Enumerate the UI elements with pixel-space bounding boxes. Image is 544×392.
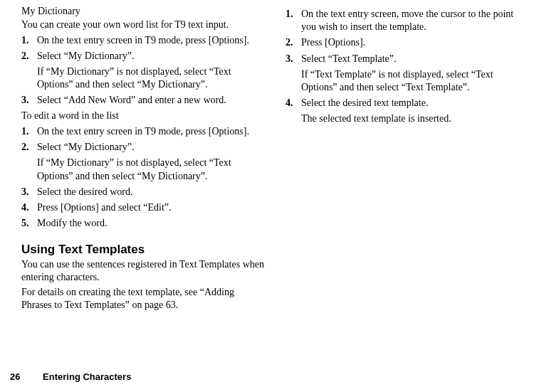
- item-text: On the text entry screen in T9 mode, pre…: [37, 34, 266, 47]
- item-number: 3.: [286, 53, 301, 95]
- item-text: On the text entry screen, move the curso…: [301, 8, 530, 33]
- text-templates-intro: You can use the sentences registered in …: [21, 258, 266, 283]
- list-item: 2. Press [Options].: [286, 36, 530, 49]
- item-number: 3.: [21, 94, 37, 107]
- list-item: 5. Modify the word.: [21, 217, 266, 230]
- item-note: If “Text Template” is not displayed, sel…: [301, 68, 530, 94]
- item-text: Modify the word.: [37, 217, 266, 230]
- page-footer: 26 Entering Characters: [10, 371, 131, 382]
- item-text: Select the desired word.: [37, 186, 266, 198]
- item-text: Select “My Dictionary”. If “My Dictionar…: [37, 141, 266, 183]
- list-item: 2. Select “My Dictionary”. If “My Dictio…: [21, 141, 266, 183]
- list-item: 1. On the text entry screen, move the cu…: [286, 8, 530, 33]
- item-number: 1.: [286, 8, 301, 33]
- list-item: 1. On the text entry screen in T9 mode, …: [21, 125, 266, 138]
- item-number: 3.: [21, 186, 37, 198]
- my-dictionary-create-list: 1. On the text entry screen in T9 mode, …: [21, 34, 266, 107]
- my-dictionary-edit-list: 1. On the text entry screen in T9 mode, …: [21, 125, 266, 230]
- my-dictionary-intro: You can create your own word list for T9…: [21, 18, 266, 31]
- list-item: 3. Select “Add New Word” and enter a new…: [21, 94, 266, 107]
- text-templates-heading: Using Text Templates: [21, 243, 266, 257]
- item-main: Select “Text Template”.: [301, 53, 396, 64]
- item-main: Select the desired text template.: [301, 97, 428, 108]
- list-item: 2. Select “My Dictionary”. If “My Dictio…: [21, 50, 266, 92]
- page-number: 26: [10, 371, 20, 382]
- item-number: 2.: [21, 141, 37, 183]
- list-item: 4. Press [Options] and select “Edit”.: [21, 201, 266, 214]
- text-template-insert-list: 1. On the text entry screen, move the cu…: [286, 8, 530, 126]
- item-number: 2.: [286, 36, 301, 49]
- item-main: Select “My Dictionary”.: [37, 51, 134, 61]
- item-number: 4.: [21, 201, 37, 214]
- item-number: 5.: [21, 217, 37, 230]
- item-main: Select “My Dictionary”.: [37, 142, 134, 152]
- item-number: 4.: [286, 97, 301, 125]
- list-item: 3. Select the desired word.: [21, 186, 266, 198]
- footer-section-title: Entering Characters: [43, 371, 131, 382]
- item-text: Select “Text Template”. If “Text Templat…: [301, 53, 530, 95]
- list-item: 4. Select the desired text template. The…: [286, 97, 530, 125]
- edit-word-intro: To edit a word in the list: [21, 110, 266, 122]
- list-item: 3. Select “Text Template”. If “Text Temp…: [286, 53, 530, 95]
- text-templates-ref: For details on creating the text templat…: [21, 286, 266, 311]
- item-number: 1.: [21, 125, 37, 138]
- item-text: Select “Add New Word” and enter a new wo…: [37, 94, 266, 107]
- item-text: Press [Options] and select “Edit”.: [37, 201, 266, 214]
- item-note: The selected text template is inserted.: [301, 112, 530, 125]
- right-column: 1. On the text entry screen, move the cu…: [286, 6, 530, 314]
- item-note: If “My Dictionary” is not displayed, sel…: [37, 65, 266, 91]
- item-text: Select “My Dictionary”. If “My Dictionar…: [37, 50, 266, 92]
- item-text: On the text entry screen in T9 mode, pre…: [37, 125, 266, 138]
- item-text: Select the desired text template. The se…: [301, 97, 530, 125]
- left-column: My Dictionary You can create your own wo…: [21, 6, 266, 314]
- item-note: If “My Dictionary” is not displayed, sel…: [37, 157, 266, 182]
- item-number: 2.: [21, 50, 37, 92]
- list-item: 1. On the text entry screen in T9 mode, …: [21, 34, 266, 47]
- item-text: Press [Options].: [301, 36, 530, 49]
- item-number: 1.: [21, 34, 37, 47]
- my-dictionary-heading: My Dictionary: [21, 6, 266, 17]
